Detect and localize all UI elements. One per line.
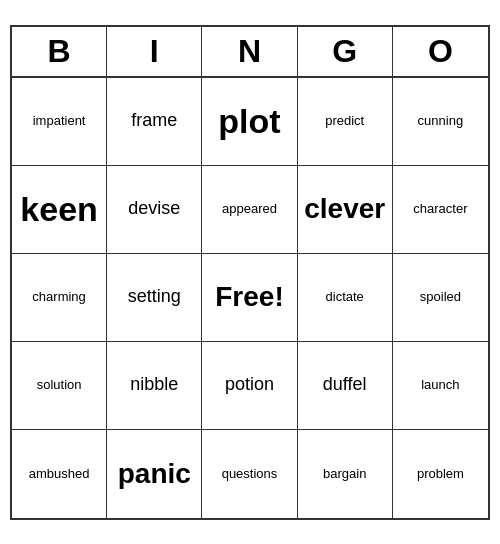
- bingo-cell-23[interactable]: bargain: [298, 430, 393, 518]
- bingo-cell-8[interactable]: clever: [298, 166, 393, 254]
- bingo-cell-18[interactable]: duffel: [298, 342, 393, 430]
- bingo-cell-9[interactable]: character: [393, 166, 488, 254]
- bingo-cell-13[interactable]: dictate: [298, 254, 393, 342]
- bingo-cell-4[interactable]: cunning: [393, 78, 488, 166]
- cell-text-17: potion: [225, 374, 274, 396]
- header-letter-g: G: [298, 27, 393, 76]
- bingo-cell-20[interactable]: ambushed: [12, 430, 107, 518]
- cell-text-7: appeared: [222, 201, 277, 217]
- cell-text-20: ambushed: [29, 466, 90, 482]
- cell-text-0: impatient: [33, 113, 86, 129]
- bingo-cell-21[interactable]: panic: [107, 430, 202, 518]
- bingo-cell-10[interactable]: charming: [12, 254, 107, 342]
- bingo-cell-3[interactable]: predict: [298, 78, 393, 166]
- bingo-cell-2[interactable]: plot: [202, 78, 297, 166]
- bingo-card: BINGO impatientframeplotpredictcunningke…: [10, 25, 490, 520]
- cell-text-5: keen: [20, 189, 98, 230]
- cell-text-1: frame: [131, 110, 177, 132]
- bingo-cell-24[interactable]: problem: [393, 430, 488, 518]
- header-letter-o: O: [393, 27, 488, 76]
- cell-text-3: predict: [325, 113, 364, 129]
- bingo-cell-1[interactable]: frame: [107, 78, 202, 166]
- bingo-cell-17[interactable]: potion: [202, 342, 297, 430]
- cell-text-14: spoiled: [420, 289, 461, 305]
- cell-text-24: problem: [417, 466, 464, 482]
- cell-text-2: plot: [218, 101, 280, 142]
- bingo-cell-11[interactable]: setting: [107, 254, 202, 342]
- cell-text-18: duffel: [323, 374, 367, 396]
- bingo-header: BINGO: [12, 27, 488, 78]
- header-letter-i: I: [107, 27, 202, 76]
- bingo-cell-12[interactable]: Free!: [202, 254, 297, 342]
- bingo-cell-7[interactable]: appeared: [202, 166, 297, 254]
- bingo-cell-19[interactable]: launch: [393, 342, 488, 430]
- bingo-cell-16[interactable]: nibble: [107, 342, 202, 430]
- bingo-cell-14[interactable]: spoiled: [393, 254, 488, 342]
- bingo-cell-6[interactable]: devise: [107, 166, 202, 254]
- cell-text-19: launch: [421, 377, 459, 393]
- bingo-grid: impatientframeplotpredictcunningkeendevi…: [12, 78, 488, 518]
- cell-text-21: panic: [118, 457, 191, 491]
- cell-text-16: nibble: [130, 374, 178, 396]
- cell-text-8: clever: [304, 192, 385, 226]
- cell-text-12: Free!: [215, 280, 283, 314]
- cell-text-15: solution: [37, 377, 82, 393]
- cell-text-11: setting: [128, 286, 181, 308]
- cell-text-9: character: [413, 201, 467, 217]
- cell-text-10: charming: [32, 289, 85, 305]
- cell-text-13: dictate: [326, 289, 364, 305]
- bingo-cell-15[interactable]: solution: [12, 342, 107, 430]
- cell-text-4: cunning: [418, 113, 464, 129]
- bingo-cell-22[interactable]: questions: [202, 430, 297, 518]
- cell-text-22: questions: [222, 466, 278, 482]
- bingo-cell-5[interactable]: keen: [12, 166, 107, 254]
- header-letter-b: B: [12, 27, 107, 76]
- cell-text-23: bargain: [323, 466, 366, 482]
- cell-text-6: devise: [128, 198, 180, 220]
- header-letter-n: N: [202, 27, 297, 76]
- bingo-cell-0[interactable]: impatient: [12, 78, 107, 166]
